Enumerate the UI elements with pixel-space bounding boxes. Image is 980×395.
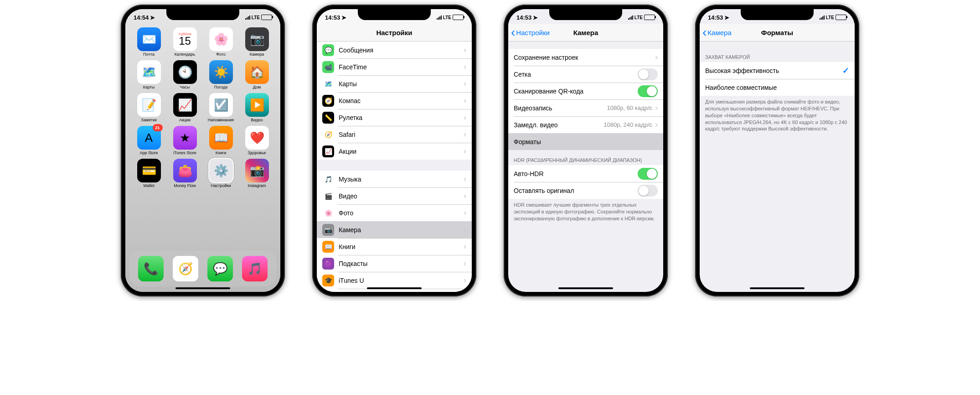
toggle-grid[interactable] <box>638 68 658 80</box>
nav-title: Камера <box>573 29 598 36</box>
dock-phone[interactable]: 📞 <box>138 256 164 281</box>
app-icon: ✉️ <box>137 27 161 51</box>
row-icon: 🟣 <box>322 258 334 270</box>
settings-row-Компас[interactable]: 🧭Компас› <box>317 92 472 109</box>
app-Wallet[interactable]: 💳Wallet <box>133 159 165 188</box>
settings-row-Рулетка[interactable]: 📏Рулетка› <box>317 109 472 126</box>
settings-row-FaceTime[interactable]: 📹FaceTime› <box>317 58 472 75</box>
back-button[interactable]: Настройки <box>511 28 550 36</box>
location-icon: ➤ <box>724 14 729 21</box>
row-most-compatible[interactable]: Наиболее совместимые <box>700 79 855 96</box>
row-qr[interactable]: Сканирование QR-кода <box>508 83 663 99</box>
settings-row-Подкасты[interactable]: 🟣Подкасты› <box>317 255 472 272</box>
home-indicator[interactable] <box>175 287 230 289</box>
app-Карты[interactable]: 🗺️Карты <box>133 60 165 89</box>
home-indicator[interactable] <box>367 287 422 289</box>
row-grid[interactable]: Сетка <box>508 66 663 83</box>
row-formats[interactable]: Форматы› <box>508 133 663 150</box>
settings-row-iTunes U[interactable]: 🎓iTunes U› <box>317 272 472 289</box>
row-keep-original[interactable]: Оставлять оригинал <box>508 182 663 199</box>
settings-row-Сообщения[interactable]: 💬Сообщения› <box>317 42 472 58</box>
app-Календарь[interactable]: Суббота15Календарь <box>169 27 201 57</box>
settings-row-Видео[interactable]: 🎬Видео› <box>317 187 472 204</box>
row-video[interactable]: Видеозапись1080p, 60 кадр/с› <box>508 99 663 116</box>
chevron-right-icon: › <box>464 191 466 201</box>
settings-row-Фото[interactable]: 🌸Фото› <box>317 204 472 221</box>
app-icon: 📸 <box>245 159 269 182</box>
toggle-autohdr[interactable] <box>638 168 658 180</box>
settings-row-Камера[interactable]: 📷Камера› <box>317 221 472 238</box>
settings-row-Книги[interactable]: 📖Книги› <box>317 238 472 255</box>
chevron-right-icon: › <box>655 52 658 62</box>
app-label: Wallet <box>143 183 155 188</box>
settings-row-Акции[interactable]: 📈Акции› <box>317 143 472 160</box>
app-icon: 📖 <box>209 126 233 150</box>
back-button[interactable]: Камера <box>702 28 732 36</box>
row-icon: 🌸 <box>322 207 334 219</box>
app-label: Money Flow <box>174 183 196 188</box>
battery-icon <box>453 15 464 20</box>
settings-row-Safari[interactable]: 🧭Safari› <box>317 126 472 143</box>
row-icon: 🧭 <box>322 129 334 140</box>
app-icon: 📷 <box>245 27 269 51</box>
app-iTunes Store[interactable]: ★iTunes Store <box>169 126 201 155</box>
app-Money Flow[interactable]: 👛Money Flow <box>169 159 201 188</box>
navbar: Настройки Камера <box>508 24 663 42</box>
settings-row-Музыка[interactable]: 🎵Музыка› <box>317 171 472 187</box>
app-Instagram[interactable]: 📸Instagram <box>241 159 273 188</box>
app-Здоровье[interactable]: ❤️Здоровье <box>241 126 273 155</box>
nav-title: Форматы <box>761 29 793 36</box>
app-icon: ★ <box>173 126 197 150</box>
app-icon: 🗺️ <box>137 60 161 84</box>
chevron-right-icon: › <box>464 96 466 105</box>
app-icon: 🏠 <box>245 60 269 84</box>
app-icon: A21 <box>137 126 161 150</box>
app-Почта[interactable]: ✉️Почта <box>133 27 165 57</box>
row-icon: 🗺️ <box>322 78 334 90</box>
dock-safari[interactable]: 🧭 <box>173 256 198 281</box>
row-preserve-settings[interactable]: Сохранение настроек› <box>508 49 663 66</box>
app-Заметки[interactable]: 📝Заметки <box>133 93 165 122</box>
app-Напоминания[interactable]: ☑️Напоминания <box>205 93 237 122</box>
chevron-right-icon: › <box>464 225 466 234</box>
row-auto-hdr[interactable]: Авто-HDR <box>508 165 663 182</box>
app-Книги[interactable]: 📖Книги <box>205 126 237 155</box>
app-Настройки[interactable]: ⚙️Настройки <box>205 159 237 188</box>
row-high-efficiency[interactable]: Высокая эффективность✓ <box>700 62 855 79</box>
row-label: Музыка <box>339 176 464 183</box>
home-indicator[interactable] <box>750 287 805 289</box>
row-icon: 🎵 <box>322 173 334 185</box>
row-label: Книги <box>339 243 464 250</box>
row-icon: 🎓 <box>322 275 334 286</box>
signal-icon <box>245 16 250 20</box>
battery-icon <box>836 15 846 20</box>
app-label: Заметки <box>141 118 156 122</box>
app-App Store[interactable]: A21App Store <box>133 126 165 155</box>
row-icon: 📷 <box>322 224 334 236</box>
app-Погода[interactable]: ☀️Погода <box>205 60 237 89</box>
toggle-keep-original[interactable] <box>638 185 658 197</box>
location-icon: ➤ <box>341 14 346 21</box>
row-icon: 🎮 <box>322 291 334 292</box>
toggle-qr[interactable] <box>638 85 658 97</box>
app-Фото[interactable]: 🌸Фото <box>205 27 237 57</box>
settings-row-Карты[interactable]: 🗺️Карты› <box>317 75 472 92</box>
phone-formats: 14:53➤ LTE Камера Форматы ЗАХВАТ КАМЕРОЙ… <box>695 5 859 296</box>
settings-row-Game Center[interactable]: 🎮Game Center› <box>317 289 472 292</box>
app-Видео[interactable]: ▶️Видео <box>241 93 273 122</box>
app-Часы[interactable]: 🕙Часы <box>169 60 201 89</box>
app-label: Фото <box>216 52 226 57</box>
app-label: Камера <box>250 52 264 57</box>
app-Дом[interactable]: 🏠Дом <box>241 60 273 89</box>
row-icon: 💬 <box>322 44 334 56</box>
app-icon: 👛 <box>173 159 197 182</box>
row-label: Фото <box>339 209 464 217</box>
chevron-right-icon: › <box>655 120 658 130</box>
app-Камера[interactable]: 📷Камера <box>241 27 273 57</box>
dock-music[interactable]: 🎵 <box>242 256 268 281</box>
dock-messages[interactable]: 💬 <box>207 256 233 281</box>
app-label: Книги <box>216 151 227 155</box>
home-indicator[interactable] <box>558 287 613 289</box>
row-slowmo[interactable]: Замедл. видео1080p, 240 кадр/с› <box>508 116 663 133</box>
app-Акции[interactable]: 📈Акции <box>169 93 201 122</box>
